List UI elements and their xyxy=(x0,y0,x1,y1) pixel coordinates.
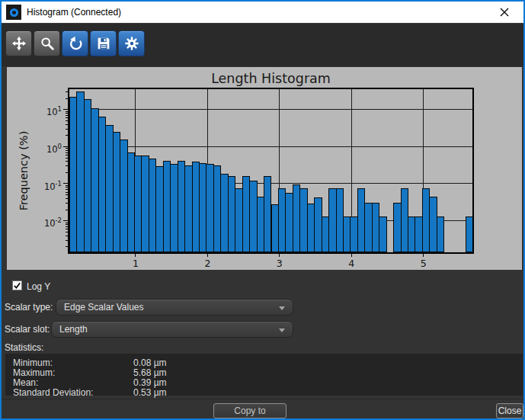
stat-label: Minimum: xyxy=(13,357,53,368)
settings-button[interactable] xyxy=(118,30,145,56)
y-minor-tick xyxy=(66,198,68,199)
y-minor-tick xyxy=(66,187,68,188)
y-minor-tick xyxy=(66,192,68,193)
x-tick-label: 2 xyxy=(196,258,219,269)
gridline-h xyxy=(69,109,472,110)
statistics-label: Statistics: xyxy=(5,342,43,353)
y-minor-tick xyxy=(66,246,68,247)
check-icon xyxy=(13,281,21,290)
y-minor-tick xyxy=(66,115,68,116)
y-minor-tick xyxy=(66,111,68,112)
x-tick-label: 5 xyxy=(412,258,435,269)
histogram-bar xyxy=(379,216,386,252)
close-button[interactable]: Close xyxy=(496,403,523,418)
y-minor-tick xyxy=(66,236,68,236)
chevron-down-icon xyxy=(279,306,285,310)
scalar-slot-dropdown[interactable]: Length xyxy=(51,321,293,338)
stat-label: Mean: xyxy=(13,377,38,388)
stat-label: Maximum: xyxy=(13,367,55,378)
rotate-ccw-icon xyxy=(67,35,84,52)
y-minor-tick xyxy=(66,91,68,92)
histogram-bar xyxy=(466,216,472,252)
y-minor-tick xyxy=(66,194,68,195)
y-tick xyxy=(63,183,68,184)
y-minor-tick xyxy=(66,158,68,159)
close-icon xyxy=(500,8,509,17)
histogram-bar xyxy=(437,216,444,252)
y-minor-tick xyxy=(66,120,68,121)
stat-row-std-deviation: Standard Deviation: 0.53 µm xyxy=(5,387,523,397)
stat-label: Standard Deviation: xyxy=(13,387,93,398)
x-tick-label: 3 xyxy=(268,258,291,269)
stat-row-maximum: Maximum: 5.68 µm xyxy=(5,367,523,377)
chart-title: Length Histogram xyxy=(69,71,472,86)
magnifier-icon xyxy=(39,35,56,52)
y-minor-tick xyxy=(66,150,68,151)
scalar-slot-label: Scalar slot: xyxy=(5,324,50,335)
stat-row-minimum: Minimum: 0.08 µm xyxy=(5,357,523,367)
reset-view-button[interactable] xyxy=(62,30,88,56)
x-tick xyxy=(351,254,352,257)
y-minor-tick xyxy=(66,129,68,130)
save-icon xyxy=(95,35,112,52)
y-minor-tick xyxy=(66,98,68,99)
plot-area[interactable] xyxy=(69,89,472,252)
x-tick xyxy=(423,254,424,257)
chart-panel[interactable]: Length Histogram Frequency (%) 123451011… xyxy=(7,67,522,270)
histogram-window: Histogram (Connected) xyxy=(0,0,525,420)
log-y-label: Log Y xyxy=(27,281,50,292)
zoom-button[interactable] xyxy=(34,30,60,56)
x-tick xyxy=(207,254,208,257)
y-tick-label: 100 xyxy=(28,140,62,152)
statistics-panel: Minimum: 0.08 µm Maximum: 5.68 µm Mean: … xyxy=(5,354,523,396)
scalar-type-dropdown[interactable]: Edge Scalar Values xyxy=(56,299,293,316)
x-tick xyxy=(279,254,280,257)
y-minor-tick xyxy=(66,189,68,190)
y-minor-tick xyxy=(66,172,68,173)
y-minor-tick xyxy=(66,113,68,114)
chevron-down-icon xyxy=(279,329,285,332)
scalar-slot-value: Length xyxy=(59,324,88,335)
x-tick-label: 4 xyxy=(340,258,363,269)
stat-row-mean: Mean: 0.39 µm xyxy=(5,377,523,387)
stat-value: 0.53 µm xyxy=(133,387,167,398)
window-close-button[interactable] xyxy=(487,2,521,23)
y-minor-tick xyxy=(66,152,68,153)
y-minor-tick xyxy=(66,117,68,118)
titlebar[interactable]: Histogram (Connected) xyxy=(2,2,523,23)
x-tick-label: 1 xyxy=(124,258,147,269)
window-title: Histogram (Connected) xyxy=(27,7,121,18)
y-tick xyxy=(63,109,68,110)
y-tick-label: 10-1 xyxy=(28,178,62,190)
y-tick xyxy=(63,220,68,221)
save-button[interactable] xyxy=(90,30,117,56)
log-y-checkbox[interactable] xyxy=(12,281,22,290)
y-minor-tick xyxy=(66,185,68,186)
y-tick xyxy=(63,146,68,147)
copy-to-clipboard-button[interactable]: Copy to Clipboard xyxy=(213,403,287,418)
y-minor-tick xyxy=(66,224,68,225)
y-minor-tick xyxy=(66,148,68,149)
y-minor-tick xyxy=(66,155,68,155)
y-minor-tick xyxy=(66,229,68,229)
y-minor-tick xyxy=(66,210,68,210)
stat-value: 0.08 µm xyxy=(133,357,167,368)
x-tick xyxy=(135,254,136,257)
y-minor-tick xyxy=(66,135,68,136)
y-minor-tick xyxy=(66,226,68,227)
y-minor-tick xyxy=(66,161,68,162)
y-minor-tick xyxy=(66,232,68,232)
y-tick-label: 10-2 xyxy=(28,214,62,226)
y-minor-tick xyxy=(66,124,68,125)
footer-divider xyxy=(2,399,525,399)
app-icon xyxy=(6,5,21,20)
scalar-type-value: Edge Scalar Values xyxy=(64,302,144,313)
pan-icon xyxy=(11,35,27,52)
y-minor-tick xyxy=(66,203,68,204)
pan-button[interactable] xyxy=(5,30,32,56)
stat-value: 0.39 µm xyxy=(133,377,167,388)
y-minor-tick xyxy=(66,165,68,166)
gridline-h xyxy=(69,146,472,147)
gear-icon xyxy=(123,35,140,52)
toolbar xyxy=(2,23,523,66)
